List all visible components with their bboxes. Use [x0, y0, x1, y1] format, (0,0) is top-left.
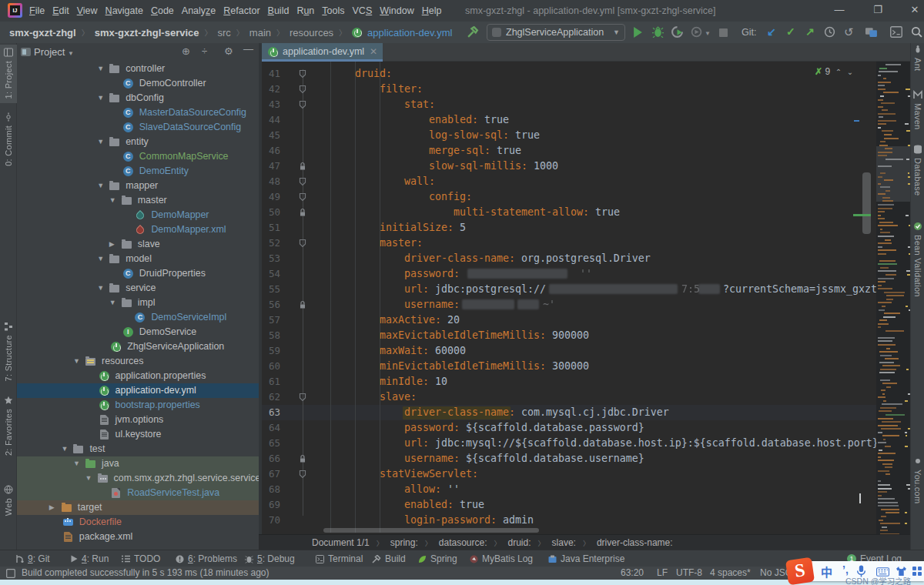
chevron-right-icon[interactable]: ▶: [49, 503, 55, 511]
history-icon[interactable]: [824, 26, 835, 38]
stripe-button-0-commit[interactable]: 0: Commit: [0, 112, 17, 166]
menu-navigate[interactable]: Navigate: [102, 0, 147, 22]
stripe-button-database[interactable]: Database: [911, 145, 924, 196]
tree-item-model[interactable]: ▼model: [17, 252, 259, 266]
window-icon[interactable]: [6, 569, 15, 578]
run-button[interactable]: [633, 27, 643, 38]
git-commit-button[interactable]: ✓: [786, 25, 795, 38]
tree-item-roadservicetest-java[interactable]: RoadServiceTest.java: [17, 486, 259, 500]
minimap[interactable]: [876, 62, 910, 534]
shield-gutter-icon[interactable]: [299, 69, 307, 79]
stripe-button-you-com[interactable]: You.com: [911, 456, 924, 504]
tool-window-button-6-problems[interactable]: 6: Problems: [176, 550, 237, 567]
menu-tools[interactable]: Tools: [318, 0, 348, 22]
gear-icon[interactable]: ⚙: [224, 45, 233, 57]
run-configuration-select[interactable]: ZhglServiceApplication ▼: [487, 24, 625, 41]
tool-window-button-mybatis-log[interactable]: MyBatis Log: [470, 550, 533, 567]
shield-gutter-icon[interactable]: [299, 85, 307, 94]
tree-item-demoserviceimpl[interactable]: CDemoServiceImpl: [17, 310, 259, 325]
tree-item-demomapper[interactable]: DemoMapper: [17, 208, 259, 222]
yaml-breadcrumb-item[interactable]: driver-class-name:: [597, 537, 673, 548]
yaml-breadcrumb-item[interactable]: datasource:: [439, 537, 487, 548]
tree-item-commonmapservice[interactable]: CCommonMapService: [17, 149, 259, 164]
stripe-button-maven[interactable]: Maven: [911, 90, 924, 130]
stripe-button-ant[interactable]: Ant: [911, 45, 924, 71]
stripe-button-7-structure[interactable]: 7: Structure: [0, 322, 17, 381]
menu-run[interactable]: Run: [293, 0, 318, 22]
changes-icon[interactable]: [865, 26, 878, 38]
debug-button[interactable]: [652, 26, 664, 38]
tree-item-druidproperties[interactable]: CDruidProperties: [17, 266, 259, 281]
tree-item-application-properties[interactable]: application.properties: [17, 369, 259, 383]
tool-window-button-4-run[interactable]: 4: Run: [71, 550, 109, 567]
tree-item-master[interactable]: ▼master: [17, 193, 259, 208]
sogou-logo[interactable]: S: [785, 557, 815, 585]
lock-gutter-icon[interactable]: [299, 454, 307, 463]
ime-punct-icon[interactable]: ’,: [842, 563, 849, 576]
chevron-down-icon[interactable]: ▼: [85, 474, 92, 482]
locate-file-icon[interactable]: ⊕: [182, 45, 190, 57]
menu-analyze[interactable]: Analyze: [178, 0, 219, 22]
stop-button[interactable]: [719, 28, 728, 37]
shield-gutter-icon[interactable]: [299, 239, 307, 248]
menu-build[interactable]: Build: [264, 0, 293, 22]
project-panel-title[interactable]: Project ▼: [34, 46, 74, 58]
tree-item-application-dev-yml[interactable]: application-dev.yml: [17, 383, 259, 398]
chevron-down-icon[interactable]: ▼: [97, 138, 104, 145]
tree-item-slavedatasourceconfig[interactable]: CSlaveDataSourceConfig: [17, 120, 259, 135]
coverage-button[interactable]: [691, 26, 702, 38]
tree-item-masterdatasourceconfig[interactable]: CMasterDataSourceConfig: [17, 105, 259, 120]
chevron-down-icon[interactable]: ▼: [97, 65, 104, 72]
tree-item-zhglserviceapplication[interactable]: ZhglServiceApplication: [17, 339, 259, 354]
caret-position[interactable]: 63:20: [621, 567, 644, 578]
tree-item-slave[interactable]: ▶slave: [17, 237, 259, 252]
tool-window-button-9-git[interactable]: 9: Git: [15, 550, 50, 567]
stripe-button-1-project[interactable]: 1: Project: [0, 45, 17, 103]
yaml-breadcrumb-item[interactable]: slave:: [552, 537, 576, 548]
menu-window[interactable]: Window: [376, 0, 417, 22]
shield-gutter-icon[interactable]: [299, 393, 307, 402]
tree-item-java[interactable]: ▼java: [17, 456, 259, 471]
chevron-down-icon[interactable]: ▼: [97, 255, 104, 262]
tool-window-button-spring[interactable]: Spring: [418, 550, 457, 567]
git-push-button[interactable]: ↗: [805, 25, 815, 38]
lock-gutter-icon[interactable]: [299, 162, 307, 171]
tree-item-jvm-options[interactable]: jvm.options: [17, 413, 259, 427]
menu-code[interactable]: Code: [147, 0, 178, 22]
tree-item-impl[interactable]: ▼impl: [17, 296, 259, 310]
stripe-button-bean-validation[interactable]: Bean Validation: [911, 222, 924, 297]
tool-window-button-todo[interactable]: TODO: [122, 550, 160, 567]
encoding[interactable]: UTF-8: [676, 567, 702, 578]
rollback-button[interactable]: ↺: [844, 25, 854, 39]
inspections-widget[interactable]: ✗ 9 ⌃ ⌄: [815, 66, 853, 77]
tree-item-mapper[interactable]: ▼mapper: [17, 179, 259, 193]
yaml-breadcrumb-item[interactable]: spring:: [390, 537, 418, 548]
line-ending[interactable]: LF: [657, 567, 668, 578]
tree-item-ul-keystore[interactable]: ul.keystore: [17, 427, 259, 442]
chevron-down-icon[interactable]: ▼: [109, 299, 116, 306]
menu-refactor[interactable]: Refactor: [219, 0, 263, 22]
tree-item-controller[interactable]: ▼controller: [17, 62, 259, 76]
yaml-breadcrumb-item[interactable]: Document 1/1: [312, 537, 370, 548]
menu-view[interactable]: View: [73, 0, 102, 22]
menu-file[interactable]: File: [25, 0, 49, 22]
close-icon[interactable]: ✕: [370, 46, 377, 57]
tree-item-service[interactable]: ▼service: [17, 281, 259, 296]
chevron-right-icon[interactable]: ▶: [109, 240, 115, 248]
chevron-down-icon[interactable]: ▼: [705, 30, 711, 37]
maximize-button[interactable]: ❐: [860, 0, 896, 22]
tree-item-dockerfile[interactable]: Dockerfile: [17, 515, 259, 530]
minimize-button[interactable]: —: [822, 0, 857, 22]
indent-info[interactable]: 4 spaces*: [710, 567, 751, 578]
tree-item-demomapper-xml[interactable]: DemoMapper.xml: [17, 222, 259, 237]
tree-item-com-smx-gxzh-zhgl-service-service[interactable]: ▼com.smx.gxzh.zhgl.service.service: [17, 471, 259, 486]
chevron-down-icon[interactable]: ▼: [97, 284, 104, 292]
tool-window-button-java-enterprise[interactable]: Java Enterprise: [548, 550, 624, 567]
tool-window-button-terminal[interactable]: Terminal: [316, 550, 363, 567]
chevron-down-icon[interactable]: ▼: [97, 182, 104, 189]
tree-item-package-xml[interactable]: package.xml: [17, 530, 259, 544]
breadcrumb-item[interactable]: smx-gxzt-zhgl-service: [95, 27, 199, 38]
tool-window-button-build[interactable]: Build: [372, 550, 406, 567]
tree-item-demoservice[interactable]: IDemoService: [17, 325, 259, 339]
stripe-button-2-favorites[interactable]: 2: Favorites: [0, 396, 17, 456]
